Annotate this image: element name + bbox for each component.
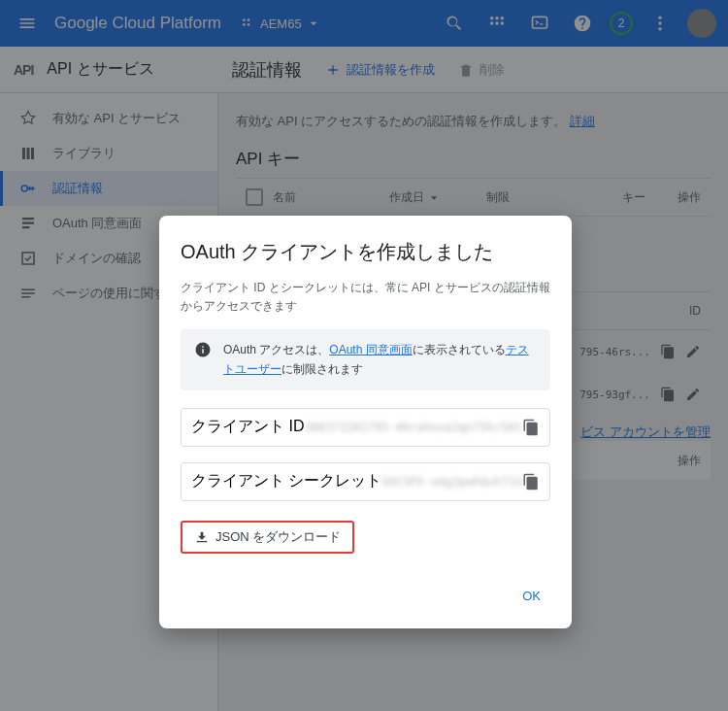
client-secret-label: クライアント シークレット xyxy=(191,471,381,491)
copy-icon[interactable] xyxy=(522,419,540,436)
consent-screen-link[interactable]: OAuth 同意画面 xyxy=(329,343,412,356)
ok-button[interactable]: OK xyxy=(513,581,550,611)
info-banner: OAuth アクセスは、OAuth 同意画面に表示されているテストユーザーに制限… xyxy=(181,329,550,389)
download-json-button[interactable]: JSON をダウンロード xyxy=(181,521,354,554)
download-icon xyxy=(194,529,210,545)
copy-icon[interactable] xyxy=(522,473,540,491)
info-icon xyxy=(194,341,212,358)
oauth-created-dialog: OAuth クライアントを作成しました クライアント ID とシークレットには、… xyxy=(159,216,572,628)
client-secret-field: クライアント シークレット GOCSPX-xmg3pwhQuh71GTFndOH… xyxy=(181,462,550,501)
client-id-label: クライアント ID xyxy=(191,417,304,437)
client-secret-value: GOCSPX-xmg3pwhQuh71GTFndOHoUt3238 xyxy=(381,475,522,489)
client-id-value: 388373281795-46rahoxa2qn75kr56tnq1n58jud… xyxy=(304,421,522,434)
dialog-title: OAuth クライアントを作成しました xyxy=(181,239,550,265)
dialog-subtitle: クライアント ID とシークレットには、常に API とサービスの認証情報からア… xyxy=(181,279,550,316)
client-id-field: クライアント ID 388373281795-46rahoxa2qn75kr56… xyxy=(181,408,550,447)
